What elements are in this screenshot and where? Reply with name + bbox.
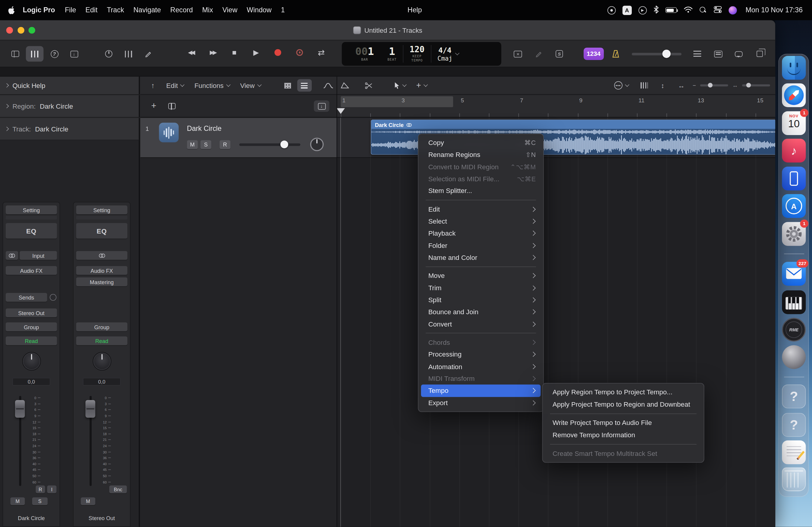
horizontal-zoom-button[interactable] — [674, 79, 688, 92]
menu-navigate[interactable]: Navigate — [133, 6, 161, 14]
menu-item-write-project-tempo-to-audio-file[interactable]: Write Project Tempo to Audio File — [545, 417, 701, 429]
master-volume-slider[interactable] — [632, 46, 681, 61]
dock-unknown-app-icon-2[interactable]: ? — [782, 413, 806, 437]
spotlight-icon[interactable] — [699, 6, 707, 14]
bluetooth-icon[interactable] — [653, 5, 658, 15]
pan-knob[interactable] — [22, 352, 41, 371]
list-editors-button[interactable] — [688, 46, 706, 61]
track-volume-slider[interactable] — [240, 143, 300, 146]
solo-button[interactable]: S — [32, 497, 48, 505]
strip-audio-fx-button[interactable]: Audio FX — [6, 266, 57, 275]
menu-mix[interactable]: Mix — [202, 6, 213, 14]
menu-item-apply-region-tempo-to-project-tempo[interactable]: Apply Region Tempo to Project Tempo... — [545, 386, 701, 398]
dock-unknown-app-icon-1[interactable]: ? — [782, 385, 806, 408]
vertical-zoom-slider[interactable] — [700, 84, 728, 87]
apple-menu[interactable] — [9, 6, 16, 14]
dock-system-settings-icon[interactable]: 1 — [782, 222, 806, 246]
dock-gray-sphere-app-icon[interactable] — [782, 345, 806, 369]
strip-automation-button[interactable]: Read — [6, 336, 57, 345]
strip-audio-fx-button[interactable]: Audio FX — [76, 266, 128, 275]
dock-music-icon[interactable]: ♪ — [782, 139, 806, 162]
strip-name[interactable]: Dark Circle — [3, 515, 59, 521]
menu-item-name-and-color[interactable]: Name and Color — [421, 252, 540, 264]
panel-divider[interactable] — [337, 77, 337, 527]
secondary-tool-button[interactable] — [412, 79, 431, 92]
dock-midi-keyboard-icon[interactable] — [782, 290, 806, 314]
ruler-region-span[interactable] — [341, 96, 453, 107]
dock-safari-icon[interactable] — [782, 84, 806, 107]
record-button[interactable] — [270, 44, 287, 60]
count-in-button[interactable]: 1234 — [584, 48, 604, 60]
minimize-button[interactable] — [17, 27, 24, 34]
strip-input-button[interactable]: Input — [20, 251, 57, 260]
mixer-button[interactable] — [119, 46, 137, 61]
input-source-icon[interactable]: A — [622, 5, 632, 15]
menu-item-convert[interactable]: Convert — [421, 318, 540, 330]
menu-item-folder[interactable]: Folder — [421, 240, 540, 252]
menu-view[interactable]: View — [222, 6, 237, 14]
duplicate-track-button[interactable] — [165, 101, 179, 112]
strip-eq-button[interactable]: EQ — [6, 223, 57, 239]
strip-eq-button[interactable]: EQ — [76, 223, 128, 239]
editors-button[interactable] — [139, 46, 157, 61]
track-waveform-icon[interactable] — [159, 123, 179, 142]
track-record-button[interactable]: R — [219, 140, 230, 149]
strip-format-button[interactable] — [76, 251, 128, 260]
strip-name[interactable]: Stereo Out — [74, 515, 130, 521]
app-menu-logic-pro[interactable]: Logic Pro — [23, 6, 55, 14]
fade-tool-button[interactable] — [337, 79, 352, 92]
automation-curve-button[interactable] — [321, 79, 335, 92]
close-button[interactable] — [6, 27, 13, 34]
pan-knob[interactable] — [92, 352, 111, 371]
menu-item-remove-tempo-information[interactable]: Remove Tempo Information — [545, 429, 701, 441]
catch-playhead-button[interactable] — [146, 79, 160, 92]
dock-app-store-icon[interactable]: A — [782, 194, 806, 218]
track-header-tray-button[interactable]: ↓ — [314, 101, 330, 112]
waveform-zoom-button[interactable] — [637, 79, 651, 92]
menu-item-copy[interactable]: Copy⌘C — [421, 137, 540, 149]
scissors-icon[interactable] — [361, 79, 376, 92]
window-title-bar[interactable]: Untitled 21 - Tracks — [0, 20, 775, 40]
send-knob[interactable] — [50, 294, 56, 301]
note-pads-button[interactable] — [709, 46, 727, 61]
list-view-button[interactable] — [297, 79, 311, 92]
track-solo-button[interactable]: S — [200, 140, 211, 149]
dock-finder-icon[interactable] — [782, 56, 806, 79]
strip-group-button[interactable]: Group — [76, 322, 128, 331]
playhead-handle[interactable] — [337, 108, 345, 117]
capture-recording-button[interactable] — [291, 44, 308, 60]
bar-ruler[interactable]: 13579111315 — [337, 95, 775, 117]
menu-item-trim[interactable]: Trim — [421, 282, 540, 294]
menu-item-playback[interactable]: Playback — [421, 227, 540, 240]
mute-button[interactable]: M — [10, 497, 25, 505]
menu-item-apply-project-tempo-to-region-and-downbeat[interactable]: Apply Project Tempo to Region and Downbe… — [545, 398, 701, 410]
menu-item-stem-splitter[interactable]: Stem Splitter... — [421, 185, 540, 197]
pan-value[interactable]: 0,0 — [12, 378, 50, 386]
strip-output-button[interactable]: Stereo Out — [6, 308, 57, 317]
track-inspector-section[interactable]: Track: Dark Circle — [0, 118, 140, 140]
arrange-area[interactable]: Dark Circle — [337, 117, 775, 527]
library-button[interactable] — [6, 46, 24, 61]
vertical-zoom-button[interactable] — [655, 79, 670, 92]
track-header-row[interactable]: 1 Dark Circle M S R — [140, 118, 337, 158]
strip-sends-button[interactable]: Sends — [6, 293, 47, 302]
strip-empty-slot[interactable] — [6, 216, 57, 220]
smart-controls-button[interactable] — [100, 46, 118, 61]
track-options-button[interactable] — [610, 79, 633, 92]
menu-item-automation[interactable]: Automation — [421, 360, 540, 373]
menu-item-bounce-and-join[interactable]: Bounce and Join — [421, 306, 540, 318]
lcd-mode-chevron-icon[interactable] — [455, 51, 460, 56]
menu-item-split[interactable]: Split — [421, 294, 540, 306]
view-menu-button[interactable]: View — [236, 79, 265, 92]
strip-group-button[interactable]: Group — [6, 322, 57, 331]
quick-help-button[interactable]: ? — [46, 46, 63, 61]
horizontal-zoom-slider[interactable] — [742, 84, 770, 87]
add-track-button[interactable]: + — [147, 101, 160, 112]
rewind-button[interactable] — [182, 44, 199, 60]
dock-document-app-icon[interactable] — [782, 440, 806, 464]
strip-empty-slot[interactable] — [76, 216, 128, 220]
menu-record[interactable]: Record — [170, 6, 193, 14]
bounce-button[interactable]: Bnc — [109, 486, 127, 493]
wifi-icon[interactable] — [683, 6, 693, 14]
strip-setting-button[interactable]: Setting — [76, 206, 128, 214]
